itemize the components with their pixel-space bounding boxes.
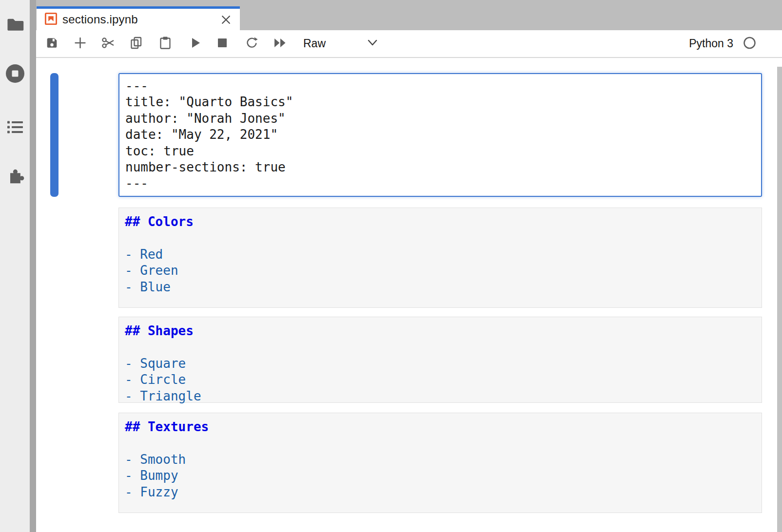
- markdown-list-item: - Bumpy: [125, 468, 762, 484]
- restart-kernel-button[interactable]: [245, 36, 258, 51]
- kernel-status-indicator[interactable]: [743, 36, 756, 51]
- notebook-panel: sections.ipynb: [36, 0, 782, 532]
- scissors-icon: [101, 36, 116, 52]
- fast-forward-icon: [274, 38, 287, 50]
- save-icon: [46, 37, 58, 51]
- markdown-cell-shapes[interactable]: ## Shapes - Square - Circle - Triangle: [118, 317, 762, 403]
- sidebar-item-running-sessions[interactable]: [0, 63, 30, 86]
- markdown-list-item: - Triangle: [125, 388, 762, 404]
- sidebar-item-table-of-contents[interactable]: [0, 120, 30, 136]
- kernel-name-button[interactable]: Python 3: [689, 30, 733, 57]
- markdown-heading: ## Textures: [125, 419, 762, 435]
- run-cell-button[interactable]: [191, 37, 201, 51]
- notebook-toolbar: Raw Python 3: [36, 30, 782, 58]
- puzzle-icon: [5, 167, 25, 188]
- markdown-heading: ## Shapes: [125, 323, 762, 339]
- kernel-idle-circle-icon: [743, 42, 756, 51]
- plus-icon: [74, 37, 86, 51]
- jupyterlab-window: sections.ipynb: [0, 0, 782, 532]
- tab-title: sections.ipynb: [62, 13, 138, 26]
- cut-cells-button[interactable]: [101, 36, 116, 52]
- raw-cell-frontmatter[interactable]: --- title: "Quarto Basics" author: "Nora…: [118, 73, 762, 197]
- code-line: toc: true: [125, 143, 761, 159]
- code-line: title: "Quarto Basics": [125, 94, 761, 110]
- left-activity-bar: [0, 0, 30, 532]
- notebook-content: --- title: "Quarto Basics" author: "Nora…: [36, 58, 782, 532]
- active-cell-collapser[interactable]: [50, 73, 59, 197]
- blank-line: [125, 435, 762, 451]
- tab-sections-ipynb[interactable]: sections.ipynb: [37, 6, 240, 30]
- restart-run-all-button[interactable]: [274, 38, 287, 50]
- markdown-list-item: - Fuzzy: [125, 484, 762, 500]
- paste-cells-button[interactable]: [159, 36, 172, 52]
- save-button[interactable]: [46, 37, 58, 51]
- markdown-list-item: - Smooth: [125, 452, 762, 468]
- cell-type-dropdown[interactable]: Raw: [303, 30, 326, 57]
- code-line: ---: [125, 78, 761, 94]
- play-icon: [191, 37, 201, 51]
- folder-icon: [6, 16, 24, 34]
- scrollbar-track[interactable]: [777, 67, 782, 532]
- markdown-list-item: - Circle: [125, 372, 762, 388]
- restart-icon: [245, 36, 258, 51]
- code-line: date: "May 22, 2021": [125, 127, 761, 143]
- tab-bar: sections.ipynb: [36, 0, 782, 30]
- close-icon[interactable]: [220, 14, 232, 26]
- sidebar-item-extension-manager[interactable]: [0, 167, 30, 188]
- blank-line: [125, 339, 762, 355]
- kernel-name: Python 3: [689, 37, 733, 50]
- markdown-list-item: - Blue: [125, 279, 762, 295]
- copy-icon: [130, 36, 143, 52]
- markdown-list-item: - Green: [125, 263, 762, 279]
- sidebar-divider: [30, 0, 36, 532]
- chevron-down-icon: [367, 39, 378, 49]
- code-line: ---: [125, 175, 761, 191]
- sidebar-item-file-browser[interactable]: [0, 16, 30, 34]
- markdown-cell-textures[interactable]: ## Textures - Smooth - Bumpy - Fuzzy: [118, 413, 762, 513]
- clipboard-icon: [159, 36, 172, 52]
- markdown-list-item: - Red: [125, 247, 762, 263]
- blank-line: [125, 230, 762, 246]
- list-icon: [6, 120, 24, 136]
- markdown-cell-colors[interactable]: ## Colors - Red - Green - Blue: [118, 208, 762, 308]
- markdown-heading: ## Colors: [125, 214, 762, 230]
- insert-cell-button[interactable]: [74, 37, 86, 51]
- cell-type-value: Raw: [303, 37, 326, 50]
- code-line: number-sections: true: [125, 159, 761, 175]
- code-line: author: "Norah Jones": [125, 111, 761, 127]
- interrupt-kernel-button[interactable]: [217, 38, 227, 50]
- copy-cells-button[interactable]: [130, 36, 143, 52]
- notebook-icon: [44, 12, 58, 27]
- stop-icon: [217, 38, 227, 50]
- markdown-list-item: - Square: [125, 356, 762, 372]
- stop-circle-icon: [5, 63, 25, 86]
